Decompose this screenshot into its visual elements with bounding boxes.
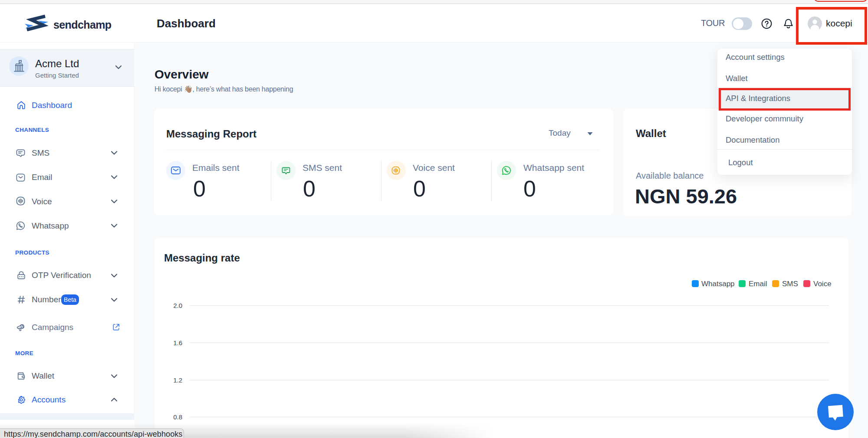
svg-text:sendchamp: sendchamp <box>53 19 112 31</box>
